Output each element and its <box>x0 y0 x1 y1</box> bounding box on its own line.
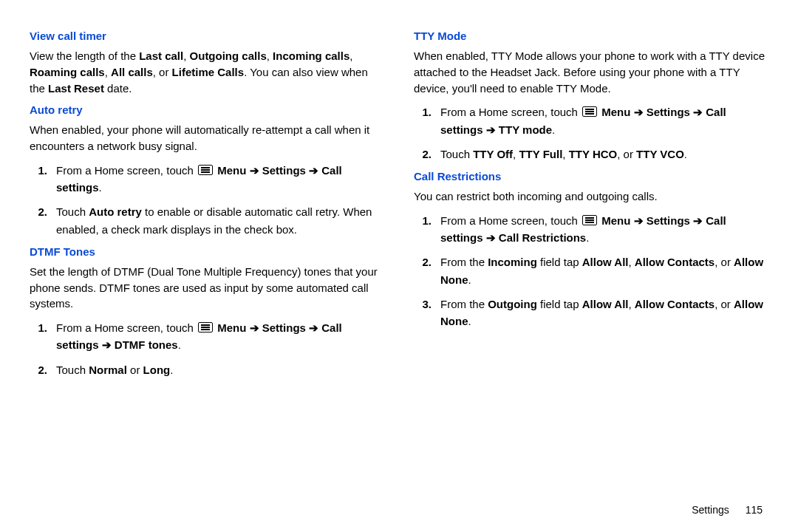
left-column: View call timer View the length of the L… <box>30 30 384 532</box>
paragraph-call-restrictions: You can restrict both incoming and outgo… <box>414 188 768 205</box>
text: , or <box>715 298 734 310</box>
step-text: Touch Normal or Long. <box>56 361 384 378</box>
text: field tap <box>537 256 582 268</box>
text: , <box>629 256 635 268</box>
paragraph-dtmf-tones: Set the length of DTMF (Dual Tone Multip… <box>30 264 384 312</box>
text: . <box>99 181 102 194</box>
menu-icon <box>582 106 597 117</box>
bold: Last call <box>139 50 183 62</box>
footer-section: Settings <box>692 504 729 516</box>
bold: Roaming calls <box>30 66 105 78</box>
bold: Long <box>143 364 171 376</box>
heading-tty-mode: TTY Mode <box>414 30 768 42</box>
bold: Incoming calls <box>273 50 349 62</box>
text: , <box>629 298 635 310</box>
step: 1. From a Home screen, touch Menu ➔ Sett… <box>30 162 384 197</box>
steps-call-restrictions: 1. From a Home screen, touch Menu ➔ Sett… <box>414 212 768 330</box>
menu-icon <box>582 215 597 225</box>
text: From a Home screen, touch <box>440 214 581 227</box>
text: . <box>684 148 687 160</box>
step-text: From the Outgoing field tap Allow All, A… <box>440 296 768 330</box>
step-text: From a Home screen, touch Menu ➔ Setting… <box>440 103 768 138</box>
paragraph-auto-retry: When enabled, your phone will automatica… <box>30 122 384 154</box>
page-footer: Settings 115 <box>692 504 763 516</box>
text: , <box>349 50 352 62</box>
right-column: TTY Mode When enabled, TTY Mode allows y… <box>414 30 768 532</box>
step-number: 1. <box>414 212 440 229</box>
text: . <box>552 123 555 136</box>
step-text: From a Home screen, touch Menu ➔ Setting… <box>56 162 384 197</box>
step-number: 1. <box>30 162 56 179</box>
bold: Allow All <box>582 298 629 310</box>
menu-icon <box>198 322 213 332</box>
text: Touch <box>56 205 89 218</box>
step-number: 1. <box>30 319 56 336</box>
text: From the <box>440 298 488 310</box>
step-text: Touch Auto retry to enable or disable au… <box>56 203 384 238</box>
bold: TTY Full <box>519 148 562 160</box>
heading-view-call-timer: View call timer <box>30 30 384 42</box>
text: , <box>105 66 111 78</box>
step-text: Touch TTY Off, TTY Full, TTY HCO, or TTY… <box>440 146 768 163</box>
text: , or <box>715 256 734 268</box>
text: . <box>170 364 173 376</box>
bold: Auto retry <box>89 205 142 218</box>
text: , <box>183 50 189 62</box>
step: 2. Touch TTY Off, TTY Full, TTY HCO, or … <box>414 146 768 163</box>
text: date. <box>104 82 132 95</box>
paragraph-view-call-timer: View the length of the Last call, Outgoi… <box>30 48 384 96</box>
bold: Outgoing calls <box>190 50 267 62</box>
text: , <box>267 50 273 62</box>
step: 1. From a Home screen, touch Menu ➔ Sett… <box>414 103 768 138</box>
bold: Last Reset <box>48 82 104 95</box>
bold: Normal <box>89 364 127 376</box>
step-number: 1. <box>414 103 440 120</box>
text: or <box>127 364 143 376</box>
steps-tty-mode: 1. From a Home screen, touch Menu ➔ Sett… <box>414 103 768 163</box>
bold: TTY Off <box>473 148 513 160</box>
heading-dtmf-tones: DTMF Tones <box>30 245 384 258</box>
menu-icon <box>198 165 213 175</box>
bold: Allow All <box>582 256 629 268</box>
text: , or <box>617 148 636 160</box>
bold: Outgoing <box>488 298 537 310</box>
text: From the <box>440 256 488 268</box>
footer-page-number: 115 <box>746 504 763 516</box>
step: 2. Touch Normal or Long. <box>30 361 384 378</box>
text: From a Home screen, touch <box>56 321 197 334</box>
step: 3. From the Outgoing field tap Allow All… <box>414 296 768 330</box>
text: Touch <box>56 364 89 376</box>
heading-call-restrictions: Call Restrictions <box>414 170 768 183</box>
text: . <box>586 231 589 244</box>
step-text: From a Home screen, touch Menu ➔ Setting… <box>56 319 384 354</box>
text: , or <box>153 66 172 78</box>
bold: Lifetime Calls <box>172 66 245 78</box>
steps-dtmf-tones: 1. From a Home screen, touch Menu ➔ Sett… <box>30 319 384 378</box>
bold: All calls <box>111 66 153 78</box>
text: , <box>562 148 568 160</box>
step-number: 2. <box>30 361 56 378</box>
text: From a Home screen, touch <box>56 164 197 177</box>
step-number: 2. <box>30 203 56 220</box>
manual-page: View call timer View the length of the L… <box>0 0 798 532</box>
steps-auto-retry: 1. From a Home screen, touch Menu ➔ Sett… <box>30 162 384 238</box>
bold: Allow Contacts <box>635 298 715 310</box>
paragraph-tty-mode: When enabled, TTY Mode allows your phone… <box>414 48 768 96</box>
step: 2. Touch Auto retry to enable or disable… <box>30 203 384 238</box>
bold: Incoming <box>488 256 537 268</box>
text: . <box>468 315 471 327</box>
text: . <box>178 338 181 351</box>
step: 1. From a Home screen, touch Menu ➔ Sett… <box>30 319 384 354</box>
text: From a Home screen, touch <box>440 106 581 118</box>
text: . <box>468 273 471 286</box>
step: 1. From a Home screen, touch Menu ➔ Sett… <box>414 212 768 247</box>
step-number: 3. <box>414 296 440 313</box>
heading-auto-retry: Auto retry <box>30 103 384 116</box>
step: 2. From the Incoming field tap Allow All… <box>414 253 768 288</box>
step-text: From a Home screen, touch Menu ➔ Setting… <box>440 212 768 247</box>
bold: TTY VCO <box>636 148 684 160</box>
step-text: From the Incoming field tap Allow All, A… <box>440 253 768 288</box>
step-number: 2. <box>414 146 440 163</box>
text: Touch <box>440 148 473 160</box>
bold: Allow Contacts <box>635 256 715 268</box>
